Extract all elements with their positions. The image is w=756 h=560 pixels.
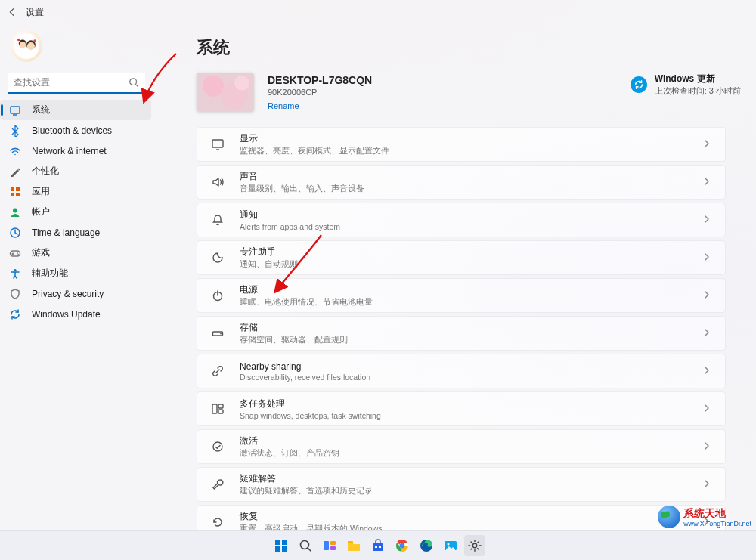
settings-taskbar-button[interactable] [464, 535, 485, 556]
card-subtitle: Discoverability, received files location [240, 373, 687, 382]
sidebar-item-label: 系统 [32, 104, 50, 116]
device-model: 90K20006CP [268, 88, 617, 97]
chevron-right-icon [702, 251, 711, 265]
card-sound[interactable]: 声音音量级别、输出、输入、声音设备 [197, 165, 726, 200]
explorer-button[interactable] [343, 535, 364, 556]
sidebar-item-personalize[interactable]: 个性化 [0, 161, 151, 181]
chevron-right-icon [702, 440, 711, 453]
search-input[interactable] [8, 73, 145, 94]
svg-rect-28 [218, 404, 223, 408]
page-title: 系统 [197, 36, 726, 59]
task-view-button[interactable] [319, 535, 340, 556]
main: 系统 DESKTOP-L7G8CQN 90K20006CP Rename Win… [154, 24, 756, 530]
card-title: 专注助手 [240, 246, 687, 258]
share-icon [211, 364, 225, 378]
window-title: 设置 [26, 6, 44, 19]
svg-rect-11 [11, 193, 14, 196]
chevron-right-icon [702, 402, 711, 416]
card-title: 多任务处理 [240, 398, 687, 410]
start-button[interactable] [271, 535, 292, 556]
svg-point-7 [130, 79, 137, 85]
sidebar-item-label: Network & internet [32, 146, 107, 156]
rename-link[interactable]: Rename [268, 101, 299, 110]
svg-rect-34 [282, 546, 287, 552]
multitask-icon [211, 402, 225, 416]
card-subtitle: Snap windows, desktops, task switching [240, 411, 687, 420]
card-title: 疑难解答 [240, 472, 687, 485]
personalize-icon [9, 166, 21, 178]
svg-rect-10 [16, 187, 20, 191]
card-multitask[interactable]: 多任务处理Snap windows, desktops, task switch… [197, 391, 726, 426]
user-avatar[interactable] [11, 30, 42, 62]
card-text: 存储存储空间、驱动器、配置规则 [240, 321, 687, 345]
watermark: 系统天地 www.XiTongTianDi.net [658, 506, 751, 528]
card-title: Nearby sharing [240, 361, 687, 372]
power-icon [211, 289, 225, 302]
card-title: 恢复 [240, 510, 687, 523]
sidebar-item-label: Bluetooth & devices [32, 125, 112, 136]
taskbar [0, 530, 756, 560]
card-storage[interactable]: 存储存储空间、驱动器、配置规则 [197, 316, 726, 351]
taskbar-search-button[interactable] [295, 535, 316, 556]
svg-point-3 [20, 42, 26, 48]
card-troubleshoot[interactable]: 疑难解答建议的疑难解答、首选项和历史记录 [197, 467, 726, 502]
search-wrap [8, 73, 145, 94]
update-icon [9, 308, 21, 320]
edge-button[interactable] [416, 535, 437, 556]
sidebar-item-gaming[interactable]: 游戏 [0, 243, 151, 263]
sidebar-item-bluetooth[interactable]: Bluetooth & devices [0, 120, 151, 141]
svg-point-17 [17, 254, 19, 255]
chevron-right-icon [702, 289, 711, 302]
globe-icon [658, 506, 680, 528]
troubleshoot-icon [211, 478, 225, 491]
sidebar-item-privacy[interactable]: Privacy & security [0, 283, 151, 304]
sidebar-item-apps[interactable]: 应用 [0, 181, 151, 202]
sidebar-item-accessibility[interactable]: 辅助功能 [0, 263, 151, 283]
card-text: 声音音量级别、输出、输入、声音设备 [240, 170, 687, 194]
card-display[interactable]: 显示监视器、亮度、夜间模式、显示配置文件 [197, 127, 726, 162]
sidebar-item-wifi[interactable]: Network & internet [0, 141, 151, 161]
card-notify[interactable]: 通知Alerts from apps and system [197, 203, 726, 237]
back-button[interactable] [6, 6, 18, 18]
update-title: Windows 更新 [655, 73, 741, 85]
time-icon [9, 227, 21, 239]
device-thumbnail[interactable] [197, 73, 254, 112]
card-text: 电源睡眠、电池使用情况、节省电池电量 [240, 283, 687, 308]
svg-point-16 [17, 252, 18, 254]
store-button[interactable] [367, 535, 389, 556]
sidebar-item-time[interactable]: Time & language [0, 222, 151, 243]
photos-button[interactable] [440, 535, 461, 556]
layout: 系统Bluetooth & devicesNetwork & internet个… [0, 24, 756, 530]
card-title: 显示 [240, 132, 687, 145]
windows-update-summary[interactable]: Windows 更新 上次检查时间: 3 小时前 [631, 73, 741, 97]
card-text: Nearby sharingDiscoverability, received … [240, 361, 687, 382]
svg-rect-8 [11, 107, 20, 113]
card-subtitle: Alerts from apps and system [240, 222, 687, 231]
svg-rect-39 [348, 541, 353, 543]
card-subtitle: 存储空间、驱动器、配置规则 [240, 335, 687, 345]
chevron-right-icon [702, 213, 711, 227]
svg-point-20 [203, 76, 224, 97]
sidebar-item-account[interactable]: 帐户 [0, 202, 151, 222]
chrome-button[interactable] [392, 535, 413, 556]
gaming-icon [9, 247, 21, 259]
privacy-icon [9, 288, 21, 300]
watermark-brand: 系统天地 [683, 507, 726, 519]
card-subtitle: 监视器、亮度、夜间模式、显示配置文件 [240, 146, 687, 156]
sidebar-item-update[interactable]: Windows Update [0, 304, 151, 324]
svg-point-35 [301, 540, 309, 549]
card-subtitle: 睡眠、电池使用情况、节省电池电量 [240, 297, 687, 308]
arrow-left-icon [7, 7, 17, 17]
sidebar-item-system[interactable]: 系统 [0, 100, 151, 120]
card-text: 恢复重置、高级启动、早期版本的 Windows [240, 510, 687, 530]
card-power[interactable]: 电源睡眠、电池使用情况、节省电池电量 [197, 278, 726, 313]
sidebar-item-label: 游戏 [32, 246, 50, 259]
card-activate[interactable]: 激活激活状态、订阅、产品密钥 [197, 429, 726, 464]
card-share[interactable]: Nearby sharingDiscoverability, received … [197, 354, 726, 388]
svg-rect-32 [282, 540, 287, 545]
activate-icon [211, 440, 225, 453]
chevron-right-icon [702, 138, 711, 151]
card-focus[interactable]: 专注助手通知、自动规则 [197, 240, 726, 275]
system-icon [9, 104, 21, 116]
card-recovery[interactable]: 恢复重置、高级启动、早期版本的 Windows [197, 505, 726, 530]
